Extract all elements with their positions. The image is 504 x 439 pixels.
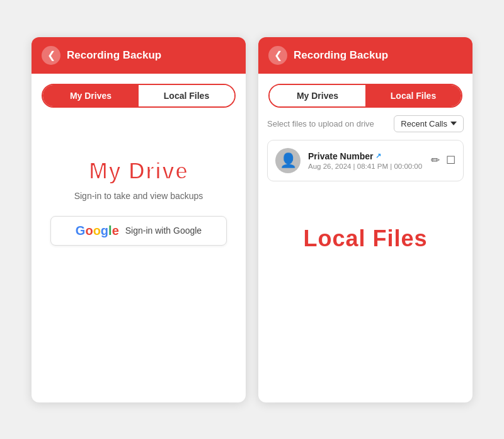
left-header: ❮ Recording Backup xyxy=(32,37,246,74)
left-screen-body: My Drives Local Files My Drive Sign-in t… xyxy=(32,84,246,271)
local-files-title: Local Files xyxy=(267,225,464,252)
edit-icon[interactable]: ✏ xyxy=(431,154,440,167)
recent-calls-dropdown[interactable]: Recent Calls xyxy=(394,115,464,132)
call-item: 👤 Private Number ↗ Aug 26, 2024 | 08:41 … xyxy=(267,140,464,181)
avatar: 👤 xyxy=(275,148,301,173)
right-header-title: Recording Backup xyxy=(294,49,388,62)
right-tab-local-files[interactable]: Local Files xyxy=(365,85,461,106)
chevron-down-icon xyxy=(450,122,457,125)
right-header: ❮ Recording Backup xyxy=(258,37,472,74)
person-icon: 👤 xyxy=(280,152,297,169)
my-drive-content: My Drive Sign-in to take and view backup… xyxy=(32,108,246,271)
call-name: Private Number ↗ xyxy=(308,151,423,161)
left-back-button[interactable]: ❮ xyxy=(42,46,60,65)
local-files-content: Select files to upload on drive Recent C… xyxy=(258,108,472,252)
right-screen-body: My Drives Local Files Select files to up… xyxy=(258,84,472,252)
call-info: Private Number ↗ Aug 26, 2024 | 08:41 PM… xyxy=(308,151,423,170)
google-g-icon: Google xyxy=(76,224,119,238)
left-tabs: My Drives Local Files xyxy=(42,84,236,108)
toolbar-label: Select files to upload on drive xyxy=(267,119,374,128)
right-tabs: My Drives Local Files xyxy=(268,84,462,108)
my-drive-title: My Drive xyxy=(89,158,188,185)
call-meta: Aug 26, 2024 | 08:41 PM | 00:00:00 xyxy=(308,162,423,170)
call-actions: ✏ ☐ xyxy=(431,154,455,167)
right-back-button[interactable]: ❮ xyxy=(268,46,287,65)
checkbox-icon[interactable]: ☐ xyxy=(446,154,455,167)
local-files-toolbar: Select files to upload on drive Recent C… xyxy=(267,115,464,132)
my-drive-subtitle: Sign-in to take and view backups xyxy=(74,191,203,201)
left-phone-screen: ❮ Recording Backup My Drives Local Files… xyxy=(32,37,246,402)
external-link-icon: ↗ xyxy=(375,152,381,160)
right-phone-screen: ❮ Recording Backup My Drives Local Files… xyxy=(258,37,472,402)
google-signin-button[interactable]: Google Sign-in with Google xyxy=(50,216,227,246)
right-tab-my-drives[interactable]: My Drives xyxy=(270,85,365,106)
left-tab-local-files[interactable]: Local Files xyxy=(139,85,234,106)
dropdown-label: Recent Calls xyxy=(401,119,447,128)
left-header-title: Recording Backup xyxy=(67,49,161,62)
google-signin-label: Sign-in with Google xyxy=(125,225,202,236)
left-tab-my-drives[interactable]: My Drives xyxy=(43,85,139,106)
